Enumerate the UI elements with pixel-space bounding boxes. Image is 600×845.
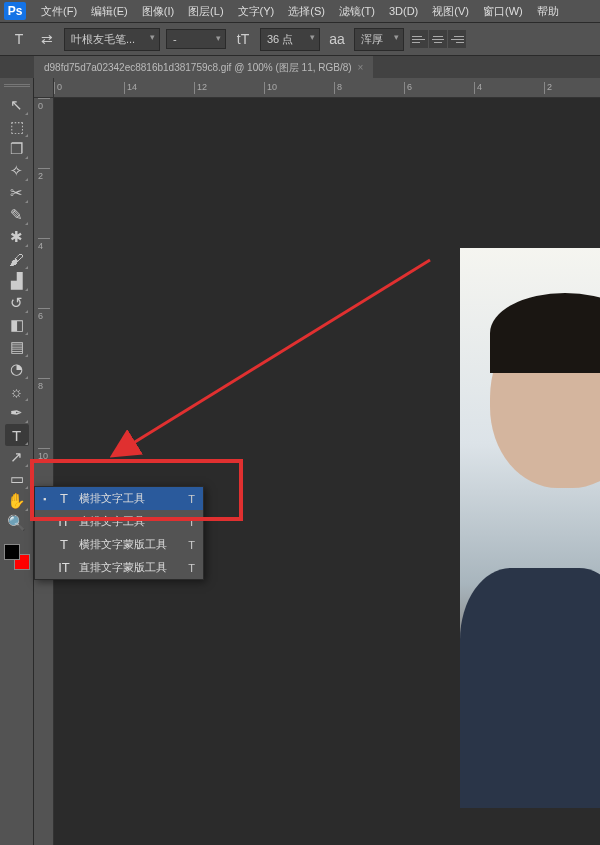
ruler-v-tick: 2 [38, 168, 50, 181]
close-icon[interactable]: × [358, 62, 364, 73]
document-image [460, 248, 600, 808]
stamp-tool[interactable]: ▟ [5, 270, 29, 292]
ruler-v-tick: 10 [38, 448, 50, 461]
move-tool[interactable]: ↖ [5, 94, 29, 116]
ruler-v-tick: 0 [38, 98, 50, 111]
blur-tool[interactable]: ◔ [5, 358, 29, 380]
menu-image[interactable]: 图像(I) [135, 4, 181, 19]
menu-select[interactable]: 选择(S) [281, 4, 332, 19]
canvas-wrap: 0 14 12 10 8 6 4 2 0 2 4 6 8 10 [34, 78, 600, 845]
align-center-button[interactable] [429, 30, 447, 48]
pen-tool[interactable]: ✒ [5, 402, 29, 424]
flyout-item-3[interactable]: IT直排文字蒙版工具T [35, 556, 203, 579]
flyout-item-label: 直排文字工具 [79, 514, 180, 529]
font-size-dropdown[interactable]: 36 点 [260, 28, 320, 51]
flyout-item-icon: IT [57, 560, 71, 575]
menu-help[interactable]: 帮助 [530, 4, 566, 19]
app-logo: Ps [4, 2, 26, 20]
history-tool[interactable]: ↺ [5, 292, 29, 314]
ruler-h-tick: 2 [544, 82, 552, 94]
flyout-item-shortcut: T [188, 539, 195, 551]
options-bar: T ⇄ 叶根友毛笔... - tT 36 点 aa 浑厚 [0, 22, 600, 56]
heal-tool[interactable]: ✱ [5, 226, 29, 248]
type-tool[interactable]: T [5, 424, 29, 446]
flyout-item-1[interactable]: IT直排文字工具T [35, 510, 203, 533]
wand-tool[interactable]: ✧ [5, 160, 29, 182]
menu-layer[interactable]: 图层(L) [181, 4, 230, 19]
size-icon: tT [232, 28, 254, 50]
workspace: ↖⬚❐✧✂✎✱🖌▟↺◧▤◔☼✒T↗▭✋🔍 0 14 12 10 8 6 4 2 … [0, 78, 600, 845]
menu-bar: Ps 文件(F) 编辑(E) 图像(I) 图层(L) 文字(Y) 选择(S) 滤… [0, 0, 600, 22]
type-tool-flyout: ▪T横排文字工具TIT直排文字工具TT横排文字蒙版工具TIT直排文字蒙版工具T [34, 486, 204, 580]
ruler-vertical[interactable]: 0 2 4 6 8 10 [34, 98, 54, 845]
marquee-tool[interactable]: ⬚ [5, 116, 29, 138]
flyout-item-icon: T [57, 537, 71, 552]
document-tab[interactable]: d98fd75d7a02342ec8816b1d381759c8.gif @ 1… [34, 56, 373, 79]
menu-file[interactable]: 文件(F) [34, 4, 84, 19]
align-right-button[interactable] [448, 30, 466, 48]
orientation-toggle-icon[interactable]: ⇄ [36, 28, 58, 50]
ruler-v-tick: 4 [38, 238, 50, 251]
ruler-h-tick: 0 [54, 82, 62, 94]
ruler-v-tick: 6 [38, 308, 50, 321]
menu-3d[interactable]: 3D(D) [382, 5, 425, 17]
font-family-dropdown[interactable]: 叶根友毛笔... [64, 28, 160, 51]
text-align-group [410, 30, 466, 48]
tool-panel: ↖⬚❐✧✂✎✱🖌▟↺◧▤◔☼✒T↗▭✋🔍 [0, 78, 34, 845]
flyout-item-shortcut: T [188, 516, 195, 528]
eraser-tool[interactable]: ◧ [5, 314, 29, 336]
flyout-item-label: 横排文字蒙版工具 [79, 537, 180, 552]
canvas[interactable] [54, 98, 600, 845]
antialias-dropdown[interactable]: 浑厚 [354, 28, 404, 51]
flyout-item-label: 横排文字工具 [79, 491, 180, 506]
color-swatches[interactable] [4, 544, 30, 570]
flyout-item-0[interactable]: ▪T横排文字工具T [35, 487, 203, 510]
lasso-tool[interactable]: ❐ [5, 138, 29, 160]
flyout-item-2[interactable]: T横排文字蒙版工具T [35, 533, 203, 556]
gradient-tool[interactable]: ▤ [5, 336, 29, 358]
zoom-tool[interactable]: 🔍 [5, 512, 29, 534]
ruler-h-tick: 14 [124, 82, 137, 94]
flyout-indicator: ▪ [43, 494, 49, 504]
eyedropper-tool[interactable]: ✎ [5, 204, 29, 226]
ruler-v-tick: 8 [38, 378, 50, 391]
dodge-tool[interactable]: ☼ [5, 380, 29, 402]
panel-grip[interactable] [4, 84, 30, 88]
menu-filter[interactable]: 滤镜(T) [332, 4, 382, 19]
type-tool-indicator-icon: T [8, 28, 30, 50]
flyout-item-label: 直排文字蒙版工具 [79, 560, 180, 575]
document-tab-bar: d98fd75d7a02342ec8816b1d381759c8.gif @ 1… [0, 56, 600, 78]
antialias-icon: aa [326, 28, 348, 50]
ruler-horizontal[interactable]: 0 14 12 10 8 6 4 2 [54, 78, 600, 98]
flyout-item-icon: T [57, 491, 71, 506]
flyout-item-shortcut: T [188, 562, 195, 574]
shape-tool[interactable]: ▭ [5, 468, 29, 490]
flyout-item-shortcut: T [188, 493, 195, 505]
hand-tool[interactable]: ✋ [5, 490, 29, 512]
path-tool[interactable]: ↗ [5, 446, 29, 468]
ruler-h-tick: 8 [334, 82, 342, 94]
font-style-dropdown[interactable]: - [166, 29, 226, 49]
menu-edit[interactable]: 编辑(E) [84, 4, 135, 19]
ruler-origin[interactable] [34, 78, 54, 98]
flyout-item-icon: IT [57, 514, 71, 529]
ruler-h-tick: 10 [264, 82, 277, 94]
ruler-h-tick: 12 [194, 82, 207, 94]
menu-view[interactable]: 视图(V) [425, 4, 476, 19]
align-left-button[interactable] [410, 30, 428, 48]
menu-window[interactable]: 窗口(W) [476, 4, 530, 19]
menu-type[interactable]: 文字(Y) [231, 4, 282, 19]
crop-tool[interactable]: ✂ [5, 182, 29, 204]
ruler-h-tick: 6 [404, 82, 412, 94]
document-title: d98fd75d7a02342ec8816b1d381759c8.gif @ 1… [44, 61, 352, 75]
ruler-h-tick: 4 [474, 82, 482, 94]
brush-tool[interactable]: 🖌 [5, 248, 29, 270]
foreground-color-swatch[interactable] [4, 544, 20, 560]
